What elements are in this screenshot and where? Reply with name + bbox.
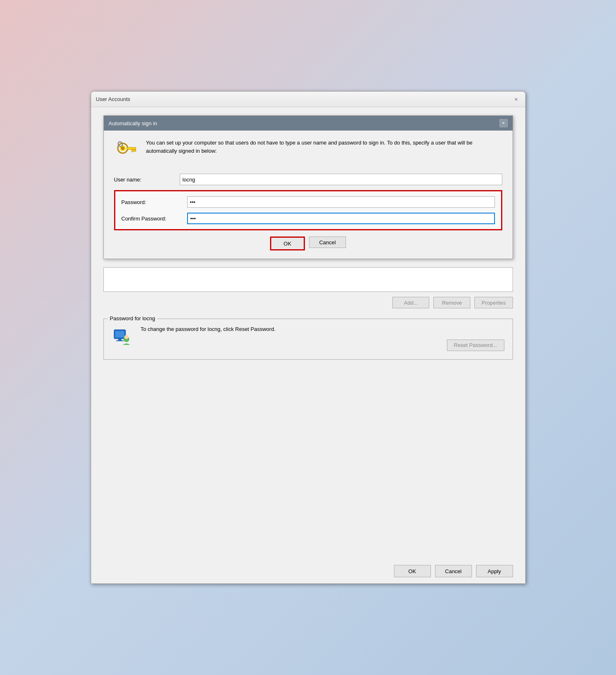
svg-point-5 [121, 147, 124, 150]
dialog-close-button[interactable]: × [499, 119, 508, 127]
dialog-body: You can set up your computer so that use… [104, 131, 513, 259]
user-avatar-icon [112, 328, 133, 348]
key-icon [114, 139, 139, 163]
password-section: Password for locng [103, 319, 513, 360]
main-buttons-row: Add... Remove Properties [103, 297, 513, 308]
password-section-content: To change the password for locng, click … [112, 325, 504, 351]
users-list-area [103, 267, 513, 292]
main-section: Add... Remove Properties Password for lo… [103, 267, 513, 360]
auto-signin-dialog: Automatically sign in × [103, 115, 513, 259]
reset-password-button[interactable]: Reset Password... [447, 340, 504, 351]
confirm-password-row: Confirm Password: [121, 213, 495, 224]
dialog-titlebar: Automatically sign in × [104, 116, 513, 131]
key-icon-svg [115, 140, 137, 162]
ok-button[interactable]: OK [394, 565, 431, 577]
password-label: Password: [121, 199, 187, 205]
dialog-title: Automatically sign in [109, 120, 158, 126]
dialog-description: You can set up your computer so that use… [146, 139, 502, 155]
user-icon [112, 328, 133, 348]
password-highlight-box: Password: Confirm Password: [114, 190, 502, 230]
password-section-text: To change the password for locng, click … [141, 326, 276, 332]
dialog-info-row: You can set up your computer so that use… [114, 139, 502, 163]
password-input[interactable] [187, 196, 495, 208]
password-row: Password: [121, 196, 495, 208]
window-content: Automatically sign in × [91, 107, 525, 380]
password-section-title: Password for locng [108, 315, 158, 321]
user-accounts-titlebar: User Accounts × [91, 92, 525, 107]
username-row: User name: [114, 174, 502, 185]
confirm-password-label: Confirm Password: [121, 216, 187, 222]
svg-rect-10 [116, 340, 124, 341]
user-accounts-window: User Accounts × Automatically sign in × [91, 91, 526, 584]
bottom-buttons: OK Cancel Apply [91, 559, 525, 583]
dialog-cancel-button[interactable]: Cancel [309, 236, 346, 248]
svg-rect-2 [127, 147, 136, 149]
dialog-ok-button[interactable]: OK [270, 236, 305, 250]
password-section-inner: To change the password for locng, click … [141, 325, 504, 351]
cancel-button[interactable]: Cancel [435, 565, 472, 577]
properties-button[interactable]: Properties [474, 297, 513, 308]
username-input[interactable] [180, 174, 502, 185]
dialog-buttons: OK Cancel [114, 236, 502, 250]
svg-rect-3 [132, 149, 133, 152]
svg-rect-9 [118, 339, 121, 340]
svg-rect-8 [115, 331, 124, 338]
svg-rect-4 [134, 149, 136, 152]
user-accounts-close-button[interactable]: × [512, 95, 520, 103]
add-button[interactable]: Add... [392, 297, 429, 308]
remove-button[interactable]: Remove [433, 297, 470, 308]
apply-button[interactable]: Apply [476, 565, 513, 577]
username-label: User name: [114, 177, 180, 183]
user-accounts-title: User Accounts [96, 96, 131, 102]
confirm-password-input[interactable] [187, 213, 495, 224]
svg-point-12 [124, 335, 128, 339]
